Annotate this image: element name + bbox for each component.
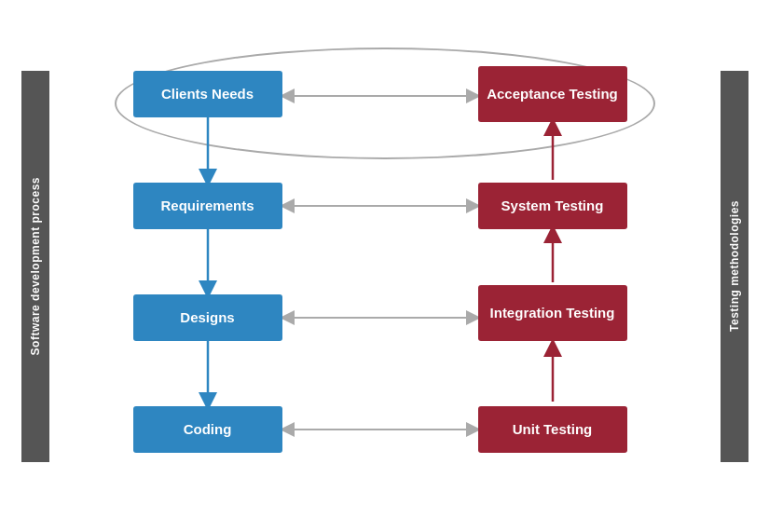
diagram-container: Software development process Clients Nee… (21, 15, 748, 518)
integration-testing-box: Integration Testing (478, 285, 627, 341)
clients-needs-box: Clients Needs (133, 71, 282, 117)
left-side-label: Software development process (21, 71, 49, 462)
system-testing-box: System Testing (478, 183, 627, 229)
requirements-box: Requirements (133, 183, 282, 229)
coding-box: Coding (133, 406, 282, 453)
right-side-label: Testing methodologies (721, 71, 748, 462)
designs-box: Designs (133, 294, 282, 341)
diagram-area: Clients Needs Requirements Designs Codin… (77, 38, 693, 495)
main-content: Clients Needs Requirements Designs Codin… (49, 15, 721, 518)
acceptance-testing-box: Acceptance Testing (478, 66, 627, 122)
unit-testing-box: Unit Testing (478, 406, 627, 453)
